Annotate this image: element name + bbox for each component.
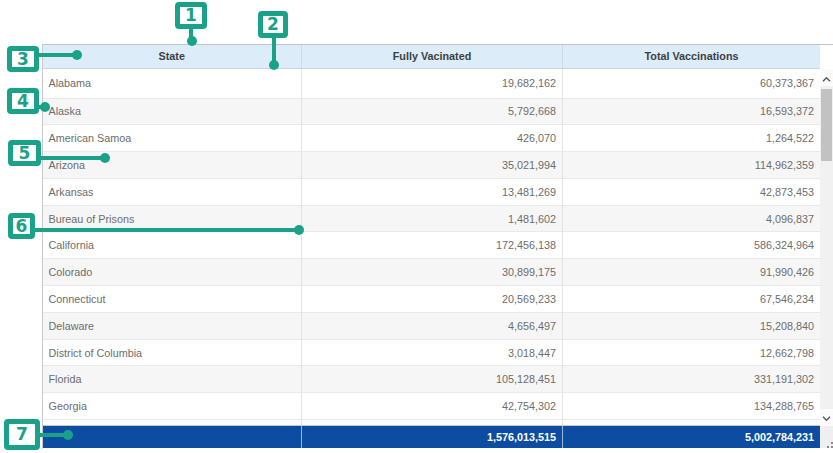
table-row-arizona[interactable]: Arizona35,021,994114,962,359	[43, 152, 821, 179]
table-header-row: State Fully Vacinated Total Vaccinations	[43, 45, 821, 69]
callout-5-dot	[100, 153, 110, 163]
callout-2-marker: 2	[258, 11, 288, 38]
callout-3-stem	[37, 53, 77, 57]
fully-vacinated-cell: 19,682,162	[301, 69, 562, 98]
total-vaccinations-cell: 60,373,367	[562, 69, 820, 98]
state-cell: Florida	[43, 366, 302, 392]
total-vaccinations-cell: 67,546,234	[562, 286, 820, 312]
column-header-total-vaccinations[interactable]: Total Vaccinations	[562, 45, 820, 68]
table-row-california[interactable]: California172,456,138586,324,964	[43, 232, 821, 259]
total-vaccinations-cell: 42,873,453	[562, 179, 820, 205]
table-row-georgia[interactable]: Georgia42,754,302134,288,765	[43, 393, 821, 420]
table-row-district-of-columbia[interactable]: District of Columbia3,018,44712,662,798	[43, 340, 821, 367]
scroll-up-button[interactable]	[820, 69, 833, 86]
fully-vacinated-cell: 30,899,175	[301, 259, 562, 285]
table-row-florida[interactable]: Florida105,128,451331,191,302	[43, 366, 821, 393]
totals-total-vaccinations: 5,002,784,231	[562, 426, 820, 448]
total-vaccinations-cell: 586,324,964	[562, 232, 820, 258]
scrollbar-thumb[interactable]	[821, 89, 832, 161]
total-vaccinations-cell: 15,208,840	[562, 313, 820, 339]
total-vaccinations-cell: 4,096,837	[562, 206, 820, 232]
table-row-alaska[interactable]: Alaska5,792,66816,593,372	[43, 99, 821, 126]
fully-vacinated-cell: 35,021,994	[301, 152, 562, 178]
fully-vacinated-cell: 105,128,451	[301, 366, 562, 392]
scroll-down-button[interactable]	[820, 409, 833, 426]
total-vaccinations-cell: 12,662,798	[562, 340, 820, 366]
table-row-arkansas[interactable]: Arkansas13,481,26942,873,453	[43, 179, 821, 206]
state-cell: Arkansas	[43, 179, 302, 205]
total-vaccinations-cell: 114,962,359	[562, 152, 820, 178]
state-cell: Colorado	[43, 259, 302, 285]
callout-5-stem	[39, 156, 105, 160]
state-cell: Connecticut	[43, 286, 302, 312]
column-separator	[301, 69, 302, 425]
callout-7-dot	[63, 430, 73, 440]
total-vaccinations-cell: 1,264,522	[562, 125, 820, 151]
table-row-colorado[interactable]: Colorado30,899,17591,990,426	[43, 259, 821, 286]
column-separator	[562, 69, 563, 425]
fully-vacinated-cell: 172,456,138	[301, 232, 562, 258]
chevron-up-icon	[822, 68, 831, 86]
resize-grip-icon[interactable]	[823, 437, 833, 448]
callout-1-marker: 1	[175, 2, 207, 29]
fully-vacinated-cell: 426,070	[301, 125, 562, 151]
fully-vacinated-cell: 1,481,602	[301, 206, 562, 232]
fully-vacinated-cell: 13,481,269	[301, 179, 562, 205]
state-cell: Delaware	[43, 313, 302, 339]
table-row-delaware[interactable]: Delaware4,656,49715,208,840	[43, 313, 821, 340]
callout-5-marker: 5	[8, 140, 41, 166]
state-cell: California	[43, 232, 302, 258]
total-vaccinations-cell: 134,288,765	[562, 393, 820, 419]
callout-6-stem	[33, 228, 299, 232]
callout-7-marker: 7	[4, 419, 40, 450]
table-row-connecticut[interactable]: Connecticut20,569,23367,546,234	[43, 286, 821, 313]
fully-vacinated-cell: 20,569,233	[301, 286, 562, 312]
callout-2-dot	[269, 60, 279, 70]
table-row-alabama[interactable]: Alabama19,682,16260,373,367	[43, 69, 821, 99]
callout-4-marker: 4	[7, 88, 39, 114]
state-cell: District of Columbia	[43, 340, 302, 366]
callout-4-dot	[40, 102, 50, 112]
total-vaccinations-cell: 331,191,302	[562, 366, 820, 392]
chevron-down-icon	[822, 407, 831, 425]
fully-vacinated-cell: 3,018,447	[301, 340, 562, 366]
fully-vacinated-cell: 4,656,497	[301, 313, 562, 339]
state-cell: Alaska	[43, 99, 302, 125]
state-cell: Alabama	[43, 69, 302, 98]
state-cell: Georgia	[43, 393, 302, 419]
callout-3-dot	[72, 50, 82, 60]
callout-6-marker: 6	[8, 213, 35, 239]
total-vaccinations-cell: 91,990,426	[562, 259, 820, 285]
callout-6-dot	[294, 225, 304, 235]
table-totals-row: 1,576,013,515 5,002,784,231	[43, 425, 821, 448]
table-body[interactable]: Alabama19,682,16260,373,367Alaska5,792,6…	[43, 69, 821, 425]
vaccination-table: State Fully Vacinated Total Vaccinations…	[42, 44, 833, 449]
callout-1-dot	[187, 36, 197, 46]
totals-fully-vacinated: 1,576,013,515	[301, 426, 562, 448]
column-header-fully-vacinated[interactable]: Fully Vacinated	[301, 45, 562, 68]
table-row-american-samoa[interactable]: American Samoa426,0701,264,522	[43, 125, 821, 152]
callout-3-marker: 3	[7, 46, 39, 72]
total-vaccinations-cell: 16,593,372	[562, 99, 820, 125]
totals-state-cell	[43, 426, 302, 448]
fully-vacinated-cell: 5,792,668	[301, 99, 562, 125]
state-cell: American Samoa	[43, 125, 302, 151]
screenshot-stage: State Fully Vacinated Total Vaccinations…	[0, 0, 833, 453]
fully-vacinated-cell: 42,754,302	[301, 393, 562, 419]
